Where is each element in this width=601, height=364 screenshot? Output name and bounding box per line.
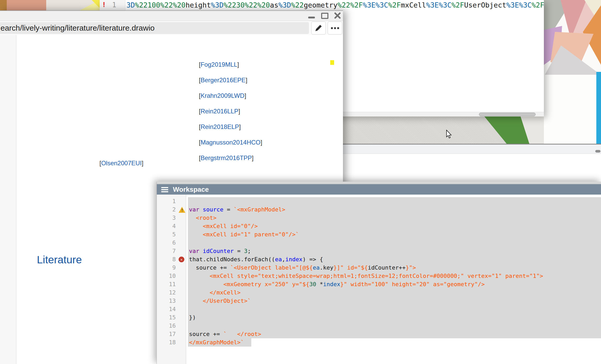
ellipsis-icon [334, 27, 336, 29]
citation-link[interactable]: Fog2019MLL [201, 61, 237, 68]
code-line-3[interactable]: <root> [189, 214, 601, 222]
code-line-2[interactable]: var source = `<mxGraphModel> [189, 205, 601, 214]
code-token: %2F [451, 1, 464, 9]
line-number: 5 [157, 230, 176, 239]
code-token: geometry [304, 1, 337, 9]
line-number: 18 [157, 338, 176, 347]
code-token: ${ [361, 264, 368, 271]
hamburger-menu-icon[interactable] [161, 187, 168, 192]
code-token: %22 [224, 1, 236, 9]
code-token: </UserObject>` [189, 298, 251, 304]
citation-link[interactable]: Olsen2007EUI [101, 160, 142, 167]
warning-icon: ! [179, 207, 185, 213]
citation-link[interactable]: Bergstrm2016TPP [201, 154, 252, 161]
line-number: 10 [157, 272, 176, 280]
code-token: ea [275, 256, 282, 263]
background-code-line[interactable]: 3D%22100%22%20height%3D%2230%22%20as%3D%… [126, 1, 544, 9]
line-number: 14 [157, 305, 176, 313]
more-options-button[interactable] [328, 22, 342, 35]
panel-toolbar [343, 145, 601, 154]
code-token: </mxCell> [189, 289, 241, 296]
code-token: `<mxGraphModel> [234, 206, 285, 213]
edit-button[interactable] [311, 22, 326, 35]
code-token: %22 [135, 1, 148, 9]
mouse-cursor [445, 130, 452, 139]
code-token: %3E%3C [426, 1, 451, 9]
code-token: ${ [306, 264, 313, 271]
citation-item: [Fog2019MLL] [199, 61, 239, 68]
drawio-titlebar[interactable] [0, 11, 343, 21]
code-token: 3 [244, 248, 247, 254]
code-token: idCounter [203, 248, 234, 254]
code-line-9[interactable]: source += `<UserObject label="[@${ea.key… [189, 264, 601, 272]
code-token: <root> [189, 215, 217, 221]
workspace-code-editor[interactable]: 12!var source = `<mxGraphModel>3 <root>4… [157, 195, 601, 364]
code-token: = [223, 206, 234, 213]
code-line-1[interactable] [189, 197, 601, 205]
code-line-6[interactable] [189, 239, 601, 247]
code-line-14[interactable] [189, 305, 601, 313]
scrollbar-nub-handle[interactable] [595, 150, 600, 153]
citation-link[interactable]: Rein2016LLP [201, 108, 238, 115]
code-token: %2F [388, 1, 401, 9]
line-number: 7 [157, 247, 176, 255]
file-path-input[interactable] [0, 22, 309, 34]
yellow-note-marker[interactable] [330, 60, 334, 65]
citation-link[interactable]: Berger2016EPE [201, 77, 246, 84]
citation-link[interactable]: Rein2018ELP [201, 123, 239, 130]
code-line-16[interactable] [189, 322, 601, 330]
line-number: 3 [157, 214, 176, 222]
code-line-11[interactable]: <mxGeometry x="250" y="${30 *index}" wid… [189, 280, 601, 289]
citation-item: [Rein2016LLP] [199, 108, 240, 115]
horizontal-scrollbar-handle[interactable] [479, 113, 536, 116]
code-token: var [189, 206, 199, 213]
line-number: 15 [157, 313, 176, 322]
code-token: ea [313, 264, 320, 271]
code-token: %3D [278, 1, 291, 9]
code-token: 3D [126, 1, 135, 9]
citation-item: [Krahn2009LWD] [199, 92, 246, 99]
code-line-7[interactable]: var idCounter = 3; [189, 247, 601, 255]
code-token: </mxGraphModel>` [189, 339, 244, 346]
code-line-15[interactable]: }) [189, 313, 601, 322]
code-token: index [323, 281, 340, 287]
code-token: ; [247, 248, 251, 254]
workspace-window: Workspace 12!var source = `<mxGraphModel… [157, 182, 601, 364]
minimize-button[interactable] [308, 17, 315, 18]
code-line-5[interactable]: <mxCell id="1" parent="0"/>` [189, 230, 601, 239]
close-icon [335, 13, 340, 18]
code-token: ${ [302, 281, 309, 287]
line-number: 17 [157, 330, 176, 338]
code-token: <mxGeometry x="250" y=" [189, 281, 302, 287]
code-token: UserObject [464, 1, 507, 9]
citation-link[interactable]: Krahn2009LWD [201, 92, 245, 99]
workspace-top-frame [157, 182, 601, 184]
code-token: as [270, 1, 279, 9]
code-line-4[interactable]: <mxCell id="0"/> [189, 222, 601, 230]
code-line-12[interactable]: </mxCell> [189, 289, 601, 297]
code-line-18[interactable]: </mxGraphModel>` [189, 338, 601, 347]
code-token: 30 [309, 281, 316, 287]
workspace-titlebar[interactable]: Workspace [157, 184, 601, 195]
code-token [199, 206, 203, 213]
wallpaper-cyan-stripe [596, 72, 601, 145]
code-token: ` </root> [223, 331, 261, 337]
code-token: %22 [337, 1, 350, 9]
citation-item: [Bergstrm2016TPP] [199, 154, 254, 162]
drawio-toolbar [0, 21, 343, 35]
citation-item: [Magnusson2014HCO] [199, 139, 262, 146]
code-token: source += [189, 264, 230, 271]
code-line-13[interactable]: </UserObject>` [189, 297, 601, 305]
citation-item: [Rein2018ELP] [199, 123, 241, 131]
code-token: idCounter++ [368, 264, 406, 271]
code-token: mxCell [401, 1, 426, 9]
code-line-17[interactable]: source += ` </root> [189, 330, 601, 338]
maximize-button[interactable] [321, 13, 328, 19]
close-button[interactable] [334, 12, 341, 19]
wallpaper-triangle [7, 0, 46, 11]
citation-link[interactable]: Magnusson2014HCO [201, 139, 261, 146]
pencil-icon [315, 24, 322, 32]
code-token: %2F [350, 1, 363, 9]
code-line-10[interactable]: <mxCell style="text;whiteSpace=wrap;html… [189, 272, 601, 280]
code-line-8[interactable]: that.childNodes.forEach((ea,index) => { [189, 255, 601, 264]
